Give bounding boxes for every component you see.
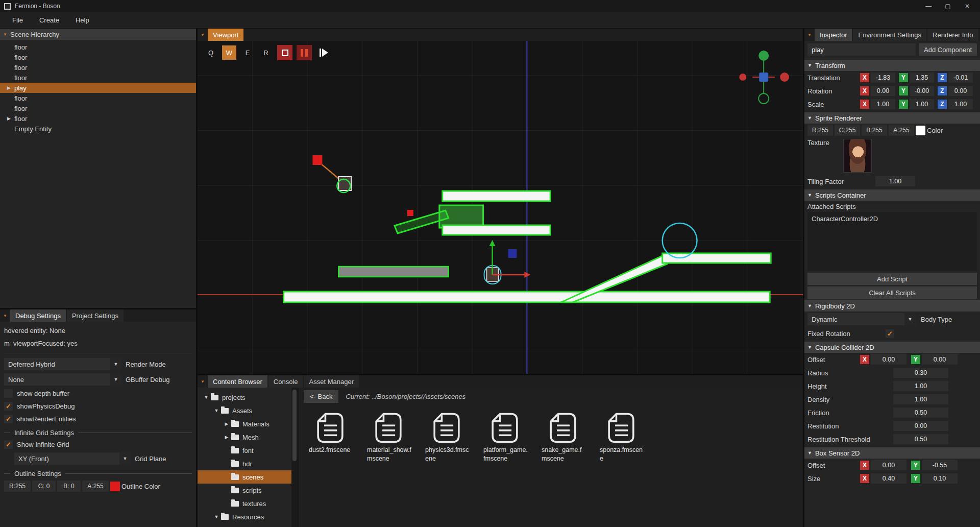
- sprite-renderer-section-header[interactable]: ▼ Sprite Renderer: [804, 112, 980, 124]
- anchor-entity[interactable]: [312, 155, 322, 165]
- capsule-radius-field[interactable]: 0.30: [893, 368, 948, 378]
- outline-a-field[interactable]: A:255: [82, 481, 109, 492]
- tab-viewport[interactable]: Viewport: [208, 29, 243, 41]
- menu-file[interactable]: File: [5, 14, 30, 27]
- back-button[interactable]: <- Back: [304, 390, 338, 403]
- gbuffer-debug-select[interactable]: None ▼: [4, 373, 121, 386]
- tool-e-button[interactable]: E: [240, 45, 255, 60]
- translation-z-field[interactable]: -0.01: [948, 73, 973, 83]
- scale-y-field[interactable]: 1.00: [910, 99, 934, 109]
- tab-asset-manager[interactable]: Asset Manager: [304, 375, 359, 388]
- outline-r-field[interactable]: R:255: [4, 481, 31, 492]
- tree-item-scripts[interactable]: scripts: [198, 484, 298, 497]
- outline-b-field[interactable]: B: 0: [57, 481, 81, 492]
- outline-color-swatch[interactable]: [110, 482, 120, 491]
- rigidbody2d-section-header[interactable]: ▼ Rigidbody 2D: [804, 300, 980, 312]
- tab-content-browser[interactable]: Content Browser: [208, 375, 267, 388]
- show-render-entities-checkbox[interactable]: ✓: [4, 415, 13, 423]
- show-depth-buffer-checkbox[interactable]: [4, 389, 13, 398]
- tree-item-textures[interactable]: textures: [198, 497, 298, 510]
- menu-create[interactable]: Create: [32, 14, 66, 27]
- capsule-offset-y-field[interactable]: 0.00: [922, 354, 958, 365]
- plank-anchor[interactable]: [407, 210, 413, 216]
- collapse-icon[interactable]: ▼: [804, 29, 815, 41]
- tool-r-button[interactable]: R: [259, 45, 273, 60]
- hierarchy-item-floor[interactable]: floor: [0, 103, 196, 113]
- capsule-collider2d-section-header[interactable]: ▼ Capsule Collider 2D: [804, 342, 980, 353]
- close-button[interactable]: ✕: [959, 1, 976, 11]
- scale-z-field[interactable]: 1.00: [948, 99, 973, 109]
- box-size-x-field[interactable]: 0.40: [871, 473, 906, 484]
- color-r-field[interactable]: R:255: [807, 125, 833, 136]
- tree-item-projects[interactable]: ▼projects: [198, 391, 298, 404]
- box-sensor2d-section-header[interactable]: ▼ Box Sensor 2D: [804, 447, 980, 459]
- hierarchy-item-floor[interactable]: floor: [0, 52, 196, 62]
- gizmo-x-plus[interactable]: [780, 73, 789, 82]
- file-platform-game[interactable]: platform_game.fmscene: [481, 412, 528, 463]
- capsule-density-field[interactable]: 1.00: [893, 394, 948, 404]
- rotation-x-field[interactable]: 0.00: [871, 86, 895, 96]
- file-dust2[interactable]: dust2.fmscene: [307, 412, 354, 463]
- hierarchy-item-floor[interactable]: ▶floor: [0, 113, 196, 124]
- tree-scrollbar[interactable]: [291, 388, 298, 527]
- color-g-field[interactable]: G:255: [835, 125, 860, 136]
- capsule-restitution-field[interactable]: 0.00: [893, 421, 948, 431]
- file-material-show[interactable]: material_show.fmscene: [365, 412, 412, 463]
- script-item-charactercontroller2d[interactable]: CharacterController2D: [812, 215, 973, 223]
- scrollbar-thumb[interactable]: [292, 390, 297, 461]
- platform-ground[interactable]: [284, 292, 770, 302]
- tree-item-scenes[interactable]: scenes: [198, 470, 298, 484]
- expand-arrow-icon[interactable]: ▶: [7, 116, 14, 121]
- capsule-friction-field[interactable]: 0.50: [893, 408, 948, 418]
- entity-name-input[interactable]: play: [807, 43, 916, 56]
- box-offset-x-field[interactable]: 0.00: [871, 460, 906, 470]
- rotation-z-field[interactable]: 0.00: [948, 86, 973, 96]
- capsule-restitution-threshold-field[interactable]: 0.50: [893, 434, 948, 444]
- step-button[interactable]: [316, 45, 331, 60]
- viewport-canvas[interactable]: Q W E R: [198, 41, 803, 374]
- collapse-icon[interactable]: ▼: [198, 375, 208, 388]
- platform-gray[interactable]: [338, 267, 448, 277]
- tab-project-settings[interactable]: Project Settings: [67, 309, 124, 322]
- blue-square-entity[interactable]: [508, 249, 517, 258]
- texture-thumbnail[interactable]: [843, 139, 872, 173]
- transform-section-header[interactable]: ▼ Transform: [804, 60, 980, 71]
- grid-plane-select[interactable]: XY (Front) ▼: [14, 452, 131, 465]
- gizmo-x-minus[interactable]: [739, 74, 746, 81]
- pause-button[interactable]: [297, 45, 312, 60]
- minimize-button[interactable]: —: [920, 1, 937, 11]
- expand-arrow-icon[interactable]: ▶: [7, 85, 14, 90]
- hierarchy-item-floor[interactable]: floor: [0, 62, 196, 73]
- gizmo-y-plus[interactable]: [758, 51, 769, 61]
- tab-environment-settings[interactable]: Environment Settings: [853, 29, 926, 41]
- menu-help[interactable]: Help: [68, 14, 96, 27]
- tab-renderer-info[interactable]: Renderer Info: [927, 29, 978, 41]
- collapse-icon[interactable]: ▼: [198, 29, 208, 41]
- stop-button[interactable]: [277, 45, 292, 60]
- tree-item-font[interactable]: font: [198, 444, 298, 457]
- collapse-icon[interactable]: ▼: [0, 32, 10, 37]
- tiling-factor-field[interactable]: 1.00: [875, 176, 915, 186]
- scene-view[interactable]: [198, 41, 803, 374]
- tab-inspector[interactable]: Inspector: [815, 29, 852, 41]
- tree-item-materials[interactable]: ▶Materials: [198, 417, 298, 430]
- tool-w-button[interactable]: W: [222, 45, 236, 60]
- tree-item-hdr[interactable]: hdr: [198, 457, 298, 470]
- tab-debug-settings[interactable]: Debug Settings: [10, 309, 66, 322]
- outline-g-field[interactable]: G: 0: [32, 481, 56, 492]
- gizmo-z-center[interactable]: [759, 73, 768, 82]
- file-sponza[interactable]: sponza.fmscene: [598, 412, 645, 463]
- show-physics-debug-checkbox[interactable]: ✓: [4, 402, 13, 411]
- scripts-container-section-header[interactable]: ▼ Scripts Container: [804, 189, 980, 201]
- clear-all-scripts-button[interactable]: Clear All Scripts: [807, 286, 977, 299]
- scale-x-field[interactable]: 1.00: [871, 99, 895, 109]
- rotation-y-field[interactable]: -0.00: [910, 86, 934, 96]
- maximize-button[interactable]: ▢: [939, 1, 957, 11]
- color-a-field[interactable]: A:255: [889, 125, 914, 136]
- tree-item-resources[interactable]: ▼Resources: [198, 510, 298, 523]
- tab-console[interactable]: Console: [268, 375, 303, 388]
- hierarchy-item-play[interactable]: ▶play: [0, 83, 196, 93]
- translation-x-field[interactable]: -1.83: [871, 73, 895, 83]
- box-size-y-field[interactable]: 0.10: [922, 473, 958, 484]
- capsule-offset-x-field[interactable]: 0.00: [871, 354, 906, 365]
